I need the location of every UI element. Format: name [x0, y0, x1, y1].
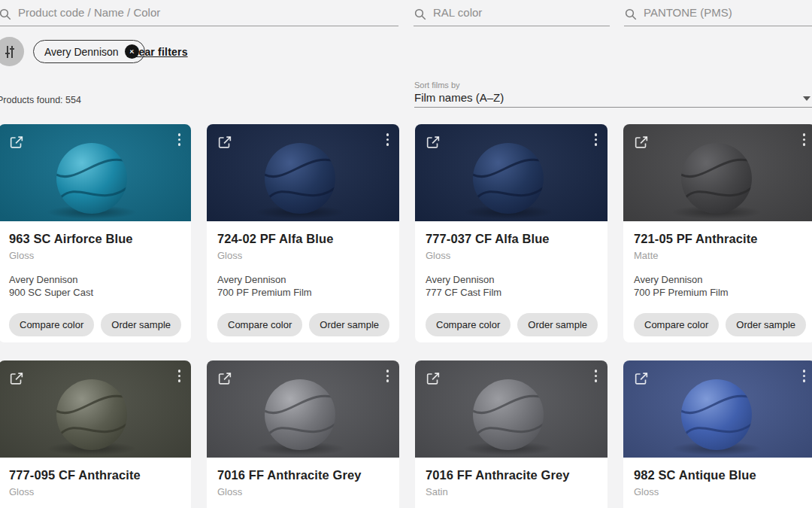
product-finish: Satin — [426, 486, 597, 497]
product-film: 777 CF Cast Film — [426, 287, 597, 300]
products-found-count: Products found: 554 — [0, 95, 81, 105]
search-icon — [0, 8, 12, 21]
tune-sliders-icon — [2, 44, 17, 59]
kebab-menu-icon[interactable] — [178, 370, 181, 382]
product-name: 982 SC Antique Blue — [634, 468, 805, 482]
product-image — [415, 124, 607, 221]
clear-filters-link[interactable]: Clear filters — [128, 46, 188, 58]
product-card-body: 721-05 PF Anthracite Matte Avery Denniso… — [623, 221, 812, 336]
product-finish: Gloss — [217, 250, 389, 261]
product-card: 777-095 CF Anthracite Gloss Compare colo… — [0, 360, 191, 508]
product-card-body: 777-095 CF Anthracite Gloss Compare colo… — [0, 458, 191, 508]
filter-button[interactable] — [0, 37, 24, 66]
open-in-new-icon[interactable] — [8, 134, 25, 151]
product-name: 963 SC Airforce Blue — [9, 232, 180, 246]
pantone-search-input[interactable] — [624, 4, 812, 26]
product-image — [623, 124, 812, 221]
search-icon — [624, 8, 638, 21]
open-in-new-icon[interactable] — [217, 134, 233, 151]
compare-color-button[interactable]: Compare color — [426, 313, 511, 336]
product-finish: Gloss — [634, 486, 805, 497]
order-sample-button[interactable]: Order sample — [517, 313, 598, 336]
order-sample-button[interactable]: Order sample — [309, 313, 389, 336]
ball-seams — [681, 379, 752, 450]
open-in-new-icon[interactable] — [217, 370, 233, 387]
product-search-input[interactable] — [0, 4, 398, 26]
product-image — [0, 124, 191, 221]
open-in-new-icon[interactable] — [633, 370, 650, 387]
order-sample-button[interactable]: Order sample — [726, 313, 806, 336]
kebab-menu-icon[interactable] — [803, 370, 806, 382]
card-actions: Compare color Order sample — [426, 313, 597, 336]
ball — [681, 143, 752, 214]
product-brand: Avery Dennison — [634, 274, 805, 287]
order-sample-button[interactable]: Order sample — [101, 313, 181, 336]
ball-seams — [265, 143, 335, 214]
product-film: 900 SC Super Cast — [9, 287, 180, 300]
product-card: 7016 FF Anthracite Grey Gloss Compare co… — [207, 360, 399, 508]
kebab-menu-icon[interactable] — [595, 370, 598, 382]
product-card-body: 963 SC Airforce Blue Gloss Avery Denniso… — [0, 221, 191, 336]
card-actions: Compare color Order sample — [9, 313, 180, 336]
product-film: 700 PF Premium Film — [217, 287, 389, 300]
pantone-search-field — [624, 4, 812, 26]
ball-seams — [681, 143, 752, 214]
ball-seams — [56, 143, 127, 214]
product-card: 7016 FF Anthracite Grey Satin Compare co… — [415, 360, 607, 508]
product-finish: Matte — [634, 250, 805, 261]
filter-chip-label: Avery Dennison — [44, 46, 119, 58]
ral-search-input[interactable] — [414, 4, 610, 26]
product-card-body: 724-02 PF Alfa Blue Gloss Avery Dennison… — [207, 221, 399, 336]
sort-select[interactable]: Film names (A–Z) — [414, 91, 504, 104]
product-card-body: 7016 FF Anthracite Grey Satin Compare co… — [415, 458, 607, 508]
kebab-menu-icon[interactable] — [386, 370, 389, 382]
compare-color-button[interactable]: Compare color — [9, 313, 94, 336]
kebab-menu-icon[interactable] — [386, 133, 389, 146]
product-grid: 963 SC Airforce Blue Gloss Avery Denniso… — [0, 124, 812, 508]
card-actions: Compare color Order sample — [634, 313, 805, 336]
product-name: 777-037 CF Alfa Blue — [426, 232, 597, 246]
sort-select-underline — [414, 107, 812, 108]
product-name: 777-095 CF Anthracite — [9, 468, 180, 482]
search-icon — [414, 8, 427, 21]
product-card: 721-05 PF Anthracite Matte Avery Denniso… — [623, 124, 812, 342]
kebab-menu-icon[interactable] — [595, 133, 598, 146]
sort-label: Sort films by — [414, 81, 460, 90]
product-card: 963 SC Airforce Blue Gloss Avery Denniso… — [0, 124, 191, 342]
product-card: 982 SC Antique Blue Gloss Compare color … — [623, 360, 812, 508]
product-finish: Gloss — [426, 250, 597, 261]
ball-seams — [473, 379, 544, 450]
open-in-new-icon[interactable] — [633, 134, 650, 151]
product-brand: Avery Dennison — [9, 274, 180, 287]
product-image — [415, 360, 607, 458]
ral-search-field — [414, 4, 610, 26]
product-card: 724-02 PF Alfa Blue Gloss Avery Dennison… — [207, 124, 399, 342]
ball — [265, 379, 335, 450]
compare-color-button[interactable]: Compare color — [217, 313, 302, 336]
product-card-body: 7016 FF Anthracite Grey Gloss Compare co… — [207, 458, 399, 508]
product-brand: Avery Dennison — [217, 274, 389, 287]
ball — [473, 379, 544, 450]
product-image — [207, 360, 399, 458]
product-name: 721-05 PF Anthracite — [634, 232, 805, 246]
open-in-new-icon[interactable] — [425, 370, 441, 387]
compare-color-button[interactable]: Compare color — [634, 313, 719, 336]
caret-down-icon — [803, 96, 810, 101]
ball — [473, 143, 544, 214]
kebab-menu-icon[interactable] — [178, 133, 181, 146]
product-film: 700 PF Premium Film — [634, 287, 805, 300]
product-name: 7016 FF Anthracite Grey — [426, 468, 597, 482]
product-card-body: 777-037 CF Alfa Blue Gloss Avery Denniso… — [415, 221, 607, 336]
kebab-menu-icon[interactable] — [803, 133, 806, 146]
open-in-new-icon[interactable] — [8, 370, 25, 387]
product-card: 777-037 CF Alfa Blue Gloss Avery Denniso… — [415, 124, 607, 342]
product-finish: Gloss — [217, 486, 389, 497]
product-finish: Gloss — [9, 486, 180, 497]
product-name: 724-02 PF Alfa Blue — [217, 232, 389, 246]
ball-seams — [56, 379, 127, 450]
open-in-new-icon[interactable] — [425, 134, 441, 151]
ball — [681, 379, 752, 450]
ball-seams — [473, 143, 544, 214]
ball — [56, 143, 127, 214]
card-actions: Compare color Order sample — [217, 313, 389, 336]
